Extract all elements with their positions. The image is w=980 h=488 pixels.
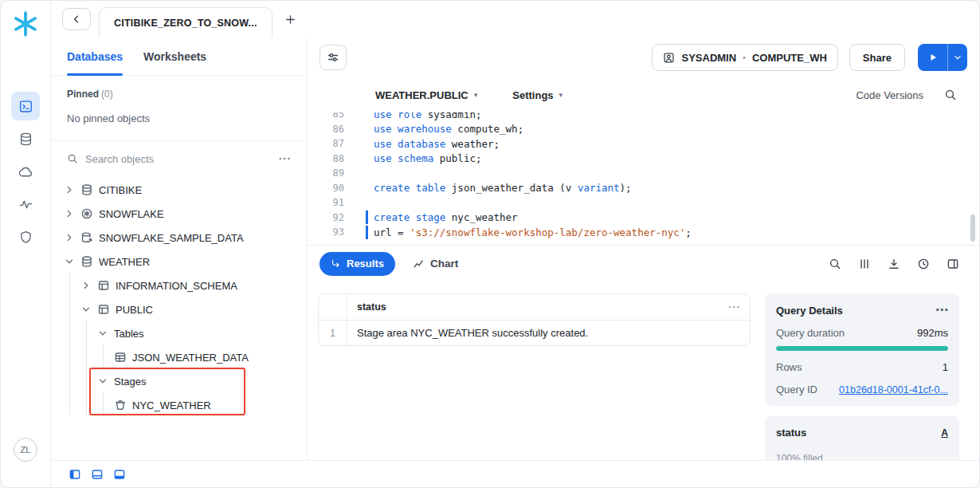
back-button[interactable] [62,8,91,30]
settings-dropdown[interactable]: Settings ▾ [512,89,563,101]
query-id-link[interactable]: 01b26d18-0001-41cf-0... [839,384,948,396]
code-line[interactable]: 88use schema public; [308,152,979,167]
worksheet-tab[interactable]: CITIBIKE_ZERO_TO_SNOW... [99,7,272,37]
history-icon[interactable] [917,258,930,270]
code-line[interactable]: 87use database weather; [308,136,979,152]
line-number: 86 [308,124,355,135]
schema-context-dropdown[interactable]: WEATHER.PUBLIC ▾ [375,89,477,101]
code-line[interactable]: 92create stage nyc_weather [308,211,979,226]
caret-down-icon: ▾ [474,91,478,99]
chevron-down-icon[interactable] [80,304,92,315]
app-window: ZL CITIBIKE_ZERO_TO_SNOW... Databases Wo… [0,0,980,488]
pinned-count: (0) [101,89,113,100]
results-tab[interactable]: Results [319,252,395,276]
tree-item-label: SNOWFLAKE_SAMPLE_DATA [99,232,244,244]
results-table-header: status⋯ [319,294,750,321]
search-icon[interactable] [829,258,841,270]
results-toolbar-icons [829,258,967,270]
schema-icon [97,279,110,292]
chart-tab[interactable]: Chart [413,258,458,270]
tree-item-public[interactable]: PUBLIC [51,297,307,321]
line-number: 88 [308,153,355,164]
tree-item-information_schema[interactable]: INFORMATION_SCHEMA [51,274,307,297]
worksheet-options-button[interactable] [319,45,347,70]
tree-item-weather[interactable]: WEATHER [51,250,307,274]
chevron-right-icon[interactable] [64,232,75,243]
rail-item-admin[interactable] [11,222,40,251]
code-line[interactable]: 91 [308,195,979,211]
worksheet-tab-title: CITIBIKE_ZERO_TO_SNOW... [114,18,257,29]
chevron-right-icon[interactable] [64,208,75,219]
search-objects-input[interactable] [85,153,271,165]
table-row[interactable]: 1Stage area NYC_WEATHER successfully cre… [319,321,750,345]
content: CITIBIKE_ZERO_TO_SNOW... Databases Works… [51,1,979,487]
code-line[interactable]: 86use warehouse compute_wh; [308,122,979,137]
tab-databases[interactable]: Databases [67,37,123,75]
main-toolbar: SYSADMIN • COMPUTE_WH Share [308,37,979,77]
column-type-indicator[interactable]: A [941,427,948,439]
chevron-right-icon[interactable] [80,280,92,291]
editor-scrollbar[interactable] [970,214,975,242]
share-button[interactable]: Share [849,44,905,71]
row-number: 1 [319,321,347,345]
pinned-section: Pinned(0) No pinned objects [51,76,307,141]
separator-dot: • [743,53,746,62]
rail-item-activity[interactable] [11,190,40,218]
user-avatar[interactable]: ZL [14,438,37,462]
tab-worksheets[interactable]: Worksheets [143,37,206,75]
code-line[interactable]: 85use role sysadmin; [308,112,979,122]
tree-item-nyc_weather[interactable]: NYC_WEATHER [51,393,307,417]
table-cell: Stage area NYC_WEATHER successfully crea… [347,327,750,339]
query-detail-row: Query duration992ms [776,327,948,339]
download-icon[interactable] [888,258,900,270]
chevron-down-icon[interactable] [64,256,75,267]
search-icon [67,153,78,164]
role-label: SYSADMIN [681,52,736,64]
line-number: 87 [308,138,355,149]
columns-icon[interactable] [858,258,871,270]
tree-item-tables[interactable]: Tables [51,321,307,345]
row-number-header [319,294,347,320]
tree-item-stages[interactable]: Stages [51,369,307,393]
code-line[interactable]: 89 [308,166,979,181]
chevron-down-icon[interactable] [97,376,108,387]
code-line[interactable]: 93url = 's3://snowflake-workshop-lab/zer… [308,225,979,240]
run-button[interactable] [918,44,947,71]
column-header-status[interactable]: status [347,301,727,313]
chevron-right-icon[interactable] [64,184,75,195]
shared-database-icon [80,231,93,244]
rail-item-marketplace[interactable] [11,157,40,186]
panel-bottom-icon[interactable] [91,468,104,481]
column-overflow-menu-icon[interactable]: ⋯ [727,301,750,313]
tree-item-snowflake_sample_data[interactable]: SNOWFLAKE_SAMPLE_DATA [51,226,307,250]
panel-bottom-filled-icon[interactable] [113,468,126,481]
rail-item-databases[interactable] [11,124,40,153]
line-number: 91 [308,197,355,208]
left-rail: ZL [1,1,51,487]
schema-context-label: WEATHER.PUBLIC [375,89,468,101]
rail-item-worksheets[interactable] [11,92,40,120]
tree-item-label: JSON_WEATHER_DATA [132,352,249,364]
tree-item-snowflake[interactable]: SNOWFLAKE [51,202,307,226]
tree-item-label: SNOWFLAKE [99,208,164,220]
sliders-icon [327,51,339,64]
chevron-down-icon[interactable] [97,328,108,339]
sidebar-overflow-menu-icon[interactable]: ⋯ [278,152,291,165]
query-details-overflow-menu-icon[interactable]: ⋯ [935,304,948,317]
tree-item-json_weather_data[interactable]: JSON_WEATHER_DATA [51,345,307,369]
worksheets-icon [18,99,33,114]
code-line[interactable]: 90create table json_weather_data (v vari… [308,181,979,196]
tree-item-citibike[interactable]: CITIBIKE [51,178,307,202]
run-options-button[interactable] [947,44,967,71]
role-warehouse-selector[interactable]: SYSADMIN • COMPUTE_WH [652,44,837,71]
layout-icon[interactable] [947,258,959,270]
sql-editor[interactable]: 85use role sysadmin;86use warehouse comp… [308,112,979,245]
new-worksheet-button[interactable] [279,7,303,31]
code-versions-link[interactable]: Code Versions [856,89,923,101]
detail-label: Query duration [776,327,845,339]
snowflake-logo-icon[interactable] [12,10,39,37]
panel-left-icon[interactable] [69,468,81,481]
tree-item-label: CITIBIKE [99,184,142,196]
search-icon[interactable] [944,89,957,101]
tree-indent-guide [69,272,70,415]
